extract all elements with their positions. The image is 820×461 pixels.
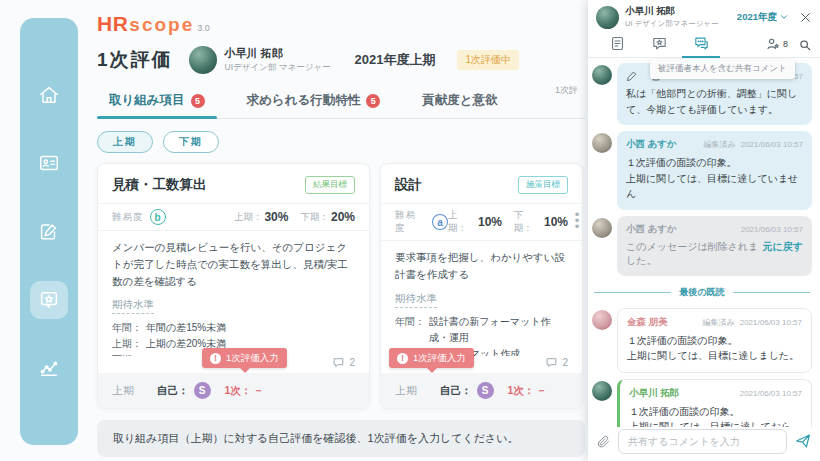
- tab-contribution[interactable]: 貢献度と意欲: [410, 88, 509, 118]
- goal-description: 要求事項を把握し、わかりやすい設計書を作成する: [395, 249, 568, 283]
- edit-note-icon[interactable]: [30, 212, 68, 250]
- comment-line: 上期に関しては、目標に達していません: [626, 171, 803, 202]
- goal-description: メンバーの見積レビューを行い、そのプロジェクトが完了した時点での実工数を算出し、…: [112, 239, 355, 289]
- year-selector[interactable]: 2021年度: [737, 11, 789, 24]
- attach-file-button[interactable]: [596, 434, 611, 449]
- tab-behaviors[interactable]: 求められる行動特性 5: [235, 88, 393, 118]
- profile-card-icon[interactable]: [30, 144, 68, 182]
- tab-count-badge: 5: [366, 94, 380, 108]
- filter-first-half[interactable]: 上期: [97, 131, 153, 153]
- expectation-row: 年間： 設計書の新フォーマット作成・運用: [395, 314, 568, 346]
- tab-count-badge: 5: [191, 94, 205, 108]
- comment-tabs: 8: [588, 32, 820, 58]
- avatar: [592, 133, 612, 153]
- tab-initiatives[interactable]: 取り組み項目 5: [97, 88, 217, 118]
- row-value: 設計書の新フォーマット作成・運用: [429, 314, 568, 346]
- analytics-icon[interactable]: [30, 349, 68, 387]
- alert-text: 1次評価入力: [226, 352, 279, 365]
- comment-count: 2: [562, 357, 568, 368]
- author-name: 小西 あすか: [626, 138, 677, 151]
- comment-input[interactable]: [618, 429, 787, 454]
- period-filter: 上期 下期: [97, 131, 585, 153]
- search-button[interactable]: [788, 38, 812, 57]
- tab-label: 貢献度と意欲: [422, 92, 497, 109]
- page-header: 1次評価 小早川 拓郎 UIデザイン部 マネージャー 2021年度上期 1次評価…: [97, 46, 585, 74]
- comment-message: 金森 朋美 編集済み 2021/06/03 10:57 １次評価の面談の印象。 …: [592, 308, 812, 373]
- home-icon[interactable]: [30, 76, 68, 114]
- participants-button[interactable]: 8: [765, 36, 788, 57]
- close-panel-button[interactable]: [799, 11, 812, 24]
- expectation-label: 期待水準: [395, 292, 437, 308]
- document-icon: [609, 35, 626, 52]
- comment-input-bar: [588, 427, 820, 461]
- deleted-text: このメッセージは削除されました。: [626, 240, 763, 268]
- edit-comment-button[interactable]: [626, 70, 638, 82]
- comment-line: １次評価の面談の印象。: [629, 404, 802, 420]
- comment-line: 上期に関しては、目標に達しておらず、モチベーションが下がっている。: [629, 419, 802, 427]
- tab-shared-comments[interactable]: [680, 35, 722, 57]
- search-icon: [798, 38, 812, 52]
- first-evaluation-alert: ! 1次評価入力: [202, 348, 287, 368]
- timestamp: 2021/06/03 10:57: [741, 140, 803, 149]
- close-icon: [799, 11, 812, 24]
- comment-message: 小早川 拓郎 2021/06/03 10:57 １次評価の面談の印象。 上期に関…: [592, 379, 812, 428]
- user-avatar: [596, 6, 619, 29]
- comment-line: １次評価の面談の印象。: [627, 333, 802, 349]
- evaluation-cards: 見積・工数算出 結果目標 難易度 b 上期： 30% 下期： 20% メンバーの…: [97, 163, 585, 409]
- first-half-value: 10%: [478, 215, 502, 229]
- author-name: 小早川 拓郎: [629, 387, 679, 400]
- page-title: 1次評価: [97, 47, 173, 73]
- first-half-value: 30%: [264, 210, 288, 224]
- expectation-row: 年間： 年間の差15%未満: [112, 320, 355, 336]
- difficulty-label: 難易度: [395, 209, 426, 235]
- difficulty-label: 難易度: [112, 211, 144, 224]
- evaluation-card-design: 設計 施策目標 難易度 a 上期： 10% 下期： 10% 要求事項を把握し、わ…: [380, 163, 583, 409]
- card-footer: ! 1次評価入力 上期 自己： S 1次： －: [98, 373, 369, 408]
- undo-delete-link[interactable]: 元に戻す: [763, 240, 803, 254]
- evaluation-icon[interactable]: [30, 281, 68, 319]
- panel-resize-handle[interactable]: •••: [572, 212, 582, 230]
- tab-evaluator-comments[interactable]: [638, 35, 680, 57]
- send-icon: [794, 432, 812, 450]
- tab-label: 求められる行動特性: [247, 92, 361, 109]
- app-screen: HR scope 3.0 1次評価 小早川 拓郎 UIデザイン部 マネージャー …: [0, 0, 820, 461]
- main-panel: HR scope 3.0 1次評価 小早川 拓郎 UIデザイン部 マネージャー …: [97, 0, 585, 461]
- comment-message: 小西 あすか 編集済み 2021/06/03 10:57 １次評価の面談の印象。…: [592, 131, 812, 210]
- deleted-comment-message: 小西 あすか 2021/06/03 10:57 このメッセージは削除されました。…: [592, 216, 812, 276]
- chevron-down-icon: [779, 12, 789, 22]
- filter-second-half[interactable]: 下期: [163, 131, 219, 153]
- tab-notes[interactable]: [596, 35, 638, 57]
- tab-bar: 取り組み項目 5 求められる行動特性 5 貢献度と意欲: [97, 88, 585, 119]
- send-comment-button[interactable]: [794, 432, 812, 450]
- card-title: 見積・工数算出: [112, 176, 207, 194]
- second-half-label: 下期：: [300, 211, 329, 224]
- first-eval-value[interactable]: －: [253, 384, 264, 398]
- paperclip-icon: [596, 434, 611, 449]
- second-half-label: 下期：: [514, 209, 542, 235]
- avatar: [592, 65, 612, 85]
- evaluation-period: 2021年度上期: [355, 51, 436, 69]
- edited-label: 編集済み: [704, 139, 736, 150]
- timestamp: 2021/06/03 10:57: [740, 389, 802, 398]
- user-role: UI デザイン部マネージャー: [625, 19, 737, 29]
- first-eval-value[interactable]: －: [536, 384, 547, 398]
- edited-label: 編集済み: [703, 317, 735, 328]
- comment-count: 2: [349, 357, 355, 368]
- avatar: [592, 381, 612, 401]
- star-bubble-icon: [651, 35, 668, 52]
- comment-text: １次評価の面談の印象。 上期に関しては、目標に達していません: [626, 155, 803, 202]
- row-label: 年間：: [395, 314, 429, 346]
- goal-type-badge: 結果目標: [305, 176, 355, 194]
- footer-period: 上期: [112, 384, 135, 398]
- last-read-divider: 最後の既読: [594, 286, 810, 299]
- alert-icon: !: [397, 353, 408, 364]
- user-avatar: [189, 46, 217, 74]
- logo-version: 3.0: [197, 23, 210, 33]
- row-label: 年間：: [112, 320, 146, 336]
- second-half-value: 20%: [331, 210, 355, 224]
- truncated-action-text: 1次評: [555, 84, 585, 97]
- user-role: UIデザイン部 マネージャー: [225, 62, 331, 74]
- comment-text: １次評価の面談の印象。 上期に関しては、目標に達しておらず、モチベーションが下が…: [629, 404, 802, 428]
- alert-text: 1次評価入力: [413, 352, 466, 365]
- timestamp: 2021/06/03 10:57: [740, 318, 802, 327]
